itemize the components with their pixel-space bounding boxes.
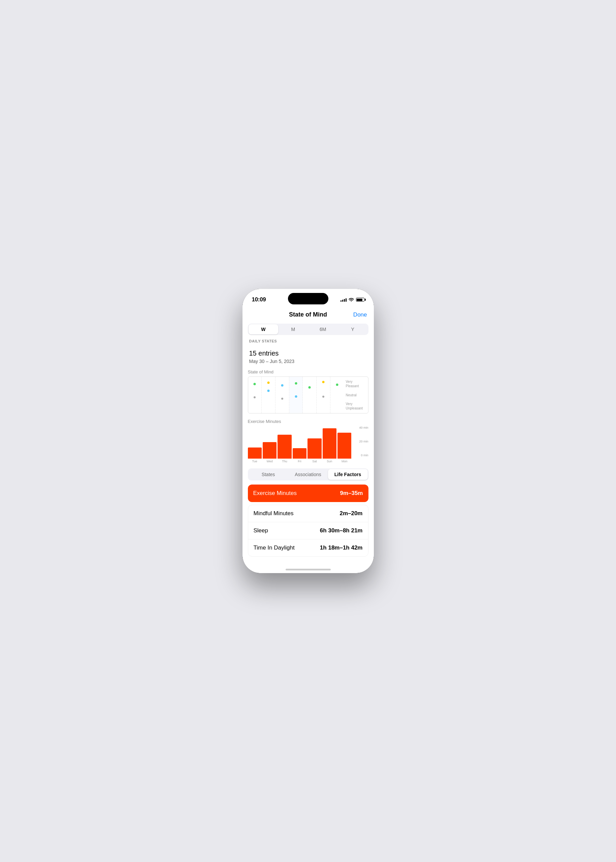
phone-screen: 10:09 xyxy=(242,289,374,573)
bar-label: Wed xyxy=(266,460,272,463)
dot xyxy=(281,384,283,386)
life-factor-daylight[interactable]: Time In Daylight 1h 18m–1h 42m xyxy=(248,539,368,556)
life-factor-exercise[interactable]: Exercise Minutes 9m–35m xyxy=(248,485,368,502)
segment-states[interactable]: States xyxy=(248,469,288,480)
dot xyxy=(254,383,256,385)
dot xyxy=(295,395,297,398)
signal-bar-3 xyxy=(344,299,345,302)
bar xyxy=(338,433,351,458)
factor-range-mindful: 2m–20m xyxy=(339,510,362,517)
dot xyxy=(267,382,270,384)
bar-chart-area: Tue Wed Thu Fri xyxy=(248,426,352,463)
bar-label: Fri xyxy=(298,460,302,463)
exercise-chart-title: Exercise Minutes xyxy=(248,419,368,424)
done-button[interactable]: Done xyxy=(353,311,367,318)
factor-range-exercise: 9m–35m xyxy=(340,490,363,497)
factor-name-daylight: Time In Daylight xyxy=(254,545,295,551)
day-col-6 xyxy=(330,377,344,413)
life-factor-sleep[interactable]: Sleep 6h 30m–8h 21m xyxy=(248,522,368,539)
status-time: 10:09 xyxy=(252,296,266,303)
bar xyxy=(278,435,291,459)
bar xyxy=(323,428,336,458)
dot xyxy=(322,381,324,383)
bar-col-sun: Sun xyxy=(323,426,336,463)
dynamic-island xyxy=(288,293,328,305)
bar xyxy=(263,442,277,459)
bar-label: Sat xyxy=(312,460,317,463)
segment-associations[interactable]: Associations xyxy=(288,469,328,480)
daily-states-section: DAILY STATES 15 entries May 30 – Jun 5, … xyxy=(242,339,374,367)
y-label-neutral: Neutral xyxy=(346,393,366,397)
y-label-0: 0 min xyxy=(361,454,368,457)
tab-year[interactable]: Y xyxy=(338,324,368,334)
factor-range-sleep: 6h 30m–8h 21m xyxy=(320,527,363,534)
bar xyxy=(308,438,321,459)
dot xyxy=(295,382,297,385)
bar-chart-y-labels: 40 min 20 min 0 min xyxy=(352,426,368,463)
dot xyxy=(281,398,283,400)
factor-range-daylight: 1h 18m–1h 42m xyxy=(320,545,363,551)
bar-col-fri: Fri xyxy=(293,426,306,463)
daily-states-label: DAILY STATES xyxy=(249,339,367,343)
bar-col-sat: Sat xyxy=(308,426,321,463)
mind-chart: VeryPleasant Neutral VeryUnpleasant xyxy=(248,377,368,413)
signal-bar-2 xyxy=(342,300,343,302)
segment-life-factors[interactable]: Life Factors xyxy=(328,469,368,480)
bar-col-tue: Tue xyxy=(248,426,262,463)
wifi-icon xyxy=(349,297,354,302)
dot xyxy=(336,383,338,386)
life-factors-section: Exercise Minutes 9m–35m Mindful Minutes … xyxy=(242,485,374,567)
state-of-mind-chart-section: State of Mind xyxy=(242,367,374,416)
app-content: State of Mind Done W M 6M Y DAILY STATES… xyxy=(242,306,374,573)
day-col-2 xyxy=(275,377,289,413)
count-unit: entries xyxy=(257,350,279,357)
mind-chart-area xyxy=(248,377,344,413)
status-icons xyxy=(341,297,365,302)
y-label-pleasant: VeryPleasant xyxy=(346,380,366,388)
factor-name-mindful: Mindful Minutes xyxy=(254,510,294,517)
day-col-1 xyxy=(262,377,275,413)
phone-device: 10:09 xyxy=(242,289,374,573)
bar-label: Mon xyxy=(341,460,347,463)
day-col-0 xyxy=(248,377,262,413)
bar-label: Tue xyxy=(252,460,257,463)
entry-count: 15 entries xyxy=(249,344,367,358)
signal-bar-1 xyxy=(341,300,341,302)
signal-bar-4 xyxy=(346,298,347,302)
life-factor-mindful[interactable]: Mindful Minutes 2m–20m xyxy=(248,505,368,522)
page-title: State of Mind xyxy=(289,311,327,318)
home-indicator xyxy=(286,569,331,570)
y-label-unpleasant: VeryUnpleasant xyxy=(346,402,366,410)
battery-icon xyxy=(356,298,365,302)
bar-col-mon: Mon xyxy=(338,426,351,463)
bar xyxy=(293,448,306,458)
signal-bars-icon xyxy=(341,298,347,302)
dot xyxy=(322,396,324,398)
period-tabs: W M 6M Y xyxy=(248,323,368,335)
tab-month[interactable]: M xyxy=(278,324,308,334)
tab-6month[interactable]: 6M xyxy=(308,324,338,334)
dot xyxy=(267,389,270,392)
day-col-3 xyxy=(289,377,303,413)
bar-label: Thu xyxy=(282,460,287,463)
exercise-chart-section: Exercise Minutes Tue Wed Thu xyxy=(242,416,374,463)
y-label-40: 40 min xyxy=(359,426,368,429)
day-col-4 xyxy=(303,377,317,413)
date-range: May 30 – Jun 5, 2023 xyxy=(249,359,367,364)
y-label-20: 20 min xyxy=(359,440,368,443)
mind-chart-y-labels: VeryPleasant Neutral VeryUnpleasant xyxy=(344,377,368,413)
header: State of Mind Done xyxy=(242,306,374,322)
exercise-chart: Tue Wed Thu Fri xyxy=(248,426,368,463)
bar-label: Sun xyxy=(327,460,332,463)
day-col-5 xyxy=(317,377,330,413)
life-factors-list: Mindful Minutes 2m–20m Sleep 6h 30m–8h 2… xyxy=(248,505,368,557)
count-number: 15 xyxy=(249,350,257,357)
battery-fill xyxy=(357,299,362,301)
tab-week[interactable]: W xyxy=(248,324,278,334)
bar-col-thu: Thu xyxy=(278,426,291,463)
factor-name-sleep: Sleep xyxy=(254,527,268,534)
segment-control: States Associations Life Factors xyxy=(248,468,368,480)
dot xyxy=(254,396,256,398)
mind-chart-title: State of Mind xyxy=(248,369,368,374)
bar-col-wed: Wed xyxy=(263,426,277,463)
